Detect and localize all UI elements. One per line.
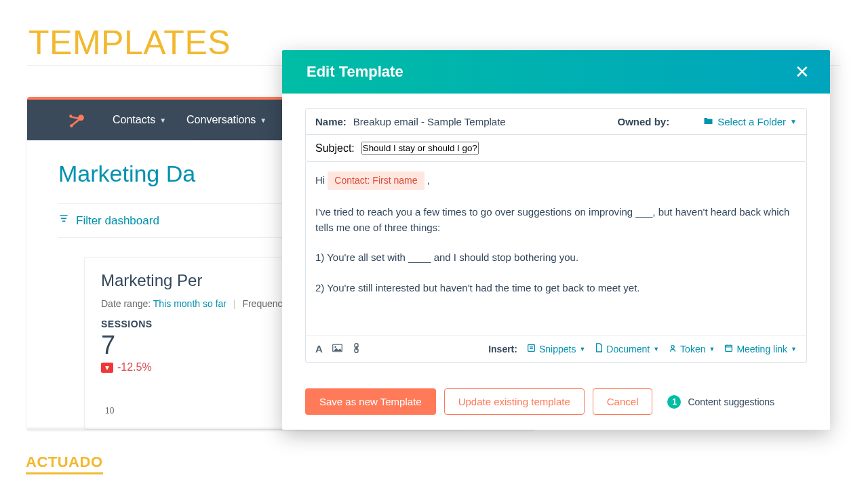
personalization-token[interactable]: Contact: First name: [328, 171, 424, 190]
filter-icon: [58, 214, 69, 228]
insert-token[interactable]: Token▼: [669, 344, 715, 354]
modal-footer: Save as new Template Update existing tem…: [282, 373, 830, 430]
editor-toolbar: A Insert: Snippets▼ Document▼: [306, 335, 806, 362]
modal-body: Name: Owned by: Select a Folder ▼ Subjec…: [282, 94, 830, 373]
svg-point-1: [70, 124, 73, 127]
hubspot-logo-icon: [68, 112, 85, 129]
nav-conversations[interactable]: Conversations ▼: [186, 114, 267, 126]
slide-title: TEMPLATES: [28, 23, 231, 62]
name-label: Name:: [315, 116, 347, 127]
token-icon: [669, 344, 677, 354]
insert-document[interactable]: Document▼: [595, 343, 659, 354]
insert-bar: Insert: Snippets▼ Document▼ Token▼: [488, 343, 797, 354]
chevron-down-icon: ▼: [579, 346, 585, 352]
nav-contacts-label: Contacts: [113, 114, 155, 126]
image-icon[interactable]: [332, 343, 342, 354]
owned-by-label: Owned by:: [618, 116, 670, 127]
filter-label: Filter dashboard: [76, 214, 159, 228]
save-as-new-template-button[interactable]: Save as new Template: [305, 388, 436, 415]
modal-title: Edit Template: [307, 63, 403, 81]
folder-label: Select a Folder: [717, 116, 786, 127]
chevron-down-icon: ▼: [653, 346, 659, 352]
nav-contacts[interactable]: Contacts ▼: [113, 114, 166, 126]
update-existing-template-button[interactable]: Update existing template: [444, 388, 585, 415]
editor-container: Hi Contact: First name , I've tried to r…: [305, 162, 807, 363]
subject-row: Subject:: [306, 135, 806, 161]
brand-footer: ACTUADO: [26, 453, 103, 474]
suggestions-label: Content suggestions: [688, 396, 774, 407]
content-suggestions[interactable]: 1 Content suggestions: [667, 395, 774, 409]
subject-input[interactable]: [361, 142, 479, 155]
insert-snippets[interactable]: Snippets▼: [527, 344, 585, 354]
template-name-input[interactable]: [353, 116, 611, 127]
nav-conversations-label: Conversations: [186, 114, 256, 126]
suggestions-count-badge: 1: [667, 395, 681, 409]
cancel-button[interactable]: Cancel: [593, 388, 653, 415]
template-form: Name: Owned by: Select a Folder ▼ Subjec…: [305, 108, 807, 162]
svg-point-4: [334, 346, 336, 348]
body-p2: 1) You're all set with ____ and I should…: [315, 250, 793, 266]
body-p1: I've tried to reach you a few times to g…: [315, 205, 793, 235]
svg-rect-7: [528, 344, 535, 351]
edit-template-modal: Edit Template ✕ Name: Owned by: Select a…: [282, 50, 830, 430]
close-icon[interactable]: ✕: [795, 62, 810, 83]
modal-header: Edit Template ✕: [282, 50, 830, 94]
subject-label: Subject:: [315, 142, 355, 155]
folder-icon: [703, 116, 713, 127]
chevron-down-icon: ▼: [260, 117, 267, 124]
svg-point-8: [671, 345, 674, 348]
link-icon[interactable]: [352, 343, 361, 355]
calendar-icon: [724, 344, 733, 354]
insert-meeting-link[interactable]: Meeting link▼: [724, 344, 797, 354]
chevron-down-icon: ▼: [709, 346, 715, 352]
down-arrow-icon: ▼: [101, 363, 113, 373]
template-body-editor[interactable]: Hi Contact: First name , I've tried to r…: [306, 162, 806, 336]
chevron-down-icon: ▼: [159, 117, 166, 124]
greeting-pre: Hi: [315, 174, 328, 186]
body-p3: 2) You're still interested but haven't h…: [315, 281, 793, 296]
greeting-post: ,: [427, 174, 430, 186]
chevron-down-icon: ▼: [791, 346, 797, 352]
text-format-icon[interactable]: A: [315, 343, 323, 354]
chevron-down-icon: ▼: [790, 118, 797, 125]
select-folder-dropdown[interactable]: Select a Folder ▼: [703, 116, 797, 127]
snippets-icon: [527, 344, 536, 354]
document-icon: [595, 343, 603, 354]
insert-label: Insert:: [488, 344, 517, 354]
name-row: Name: Owned by: Select a Folder ▼: [306, 109, 806, 135]
svg-rect-9: [726, 345, 732, 351]
